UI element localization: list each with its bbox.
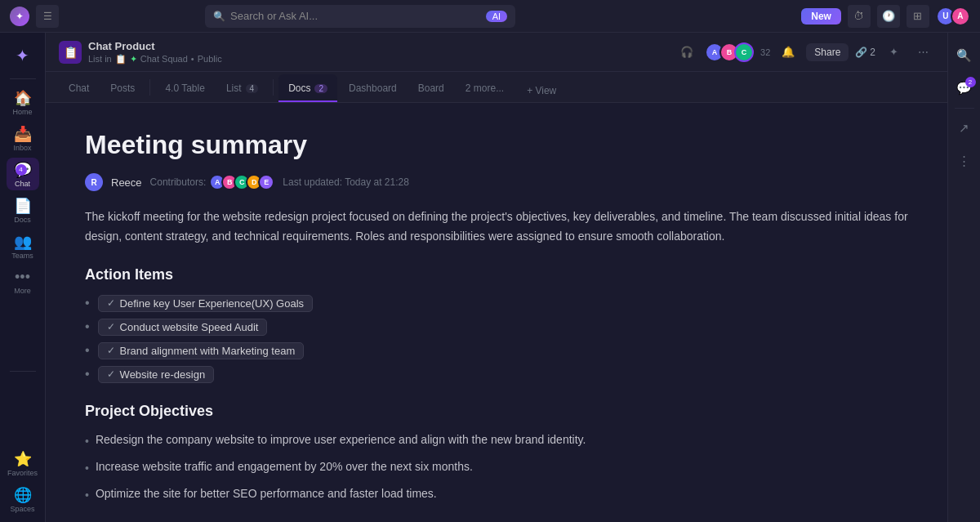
action-item: • ✓ Brand alignment with Marketing team: [85, 342, 908, 359]
clock-icon[interactable]: 🕐: [877, 5, 900, 28]
tab-chat-label: Chat: [69, 83, 89, 94]
tab-more[interactable]: 2 more...: [456, 74, 514, 102]
tab-docs-label: Docs: [288, 83, 310, 94]
rp-search-icon[interactable]: 🔍: [951, 42, 978, 69]
tab-chat[interactable]: Chat: [59, 74, 99, 102]
tab-posts[interactable]: Posts: [100, 74, 145, 102]
bullet: •: [85, 296, 90, 310]
contributor-avatar: E: [258, 174, 274, 190]
visibility-label: Public: [198, 54, 222, 64]
action-tag-3[interactable]: ✓ Brand alignment with Marketing team: [98, 342, 305, 359]
headphones-icon[interactable]: 🎧: [675, 41, 698, 64]
sidebar-item-favorites[interactable]: ⭐ Favorites: [7, 447, 39, 480]
objective-3: Optimize the site for better SEO perform…: [96, 485, 437, 502]
tabs-bar: Chat Posts 4.0 Table List 4 Docs 2 Dashb…: [46, 72, 947, 103]
tab-dashboard-label: Dashboard: [349, 83, 397, 94]
team-icon: ✦: [130, 54, 137, 65]
objective-2: Increase website traffic and engagement …: [96, 458, 473, 475]
left-sidebar: ✦ 🏠 Home 📥 Inbox 💬 4 Chat 📄 Docs 👥 Teams: [0, 33, 46, 522]
action-items-heading: Action Items: [85, 266, 908, 283]
share-button[interactable]: Share: [806, 43, 849, 61]
breadcrumb-bar: 📋 Chat Product List in 📋 ✦ Chat Squad • …: [46, 33, 947, 72]
author-avatar: R: [85, 173, 103, 191]
contributors-label: Contributors:: [150, 176, 207, 188]
doc-content: Meeting summary R Reece Contributors: A …: [46, 103, 947, 522]
tab-docs[interactable]: Docs 2: [278, 74, 337, 102]
tab-divider2: [273, 79, 274, 96]
obj-bullet: •: [85, 487, 89, 504]
tab-board-label: Board: [418, 83, 444, 94]
action-label-4: Website re-design: [120, 368, 206, 381]
action-item: • ✓ Define key User Experience(UX) Goals: [85, 295, 908, 312]
team-name: Chat Squad: [140, 54, 188, 64]
action-label-1: Define key User Experience(UX) Goals: [120, 297, 304, 310]
sidebar-teams-label: Teams: [11, 252, 33, 260]
action-label-2: Conduct website Speed Audit: [120, 321, 259, 333]
tab-list[interactable]: List 4: [216, 74, 268, 102]
sidebar-item-more[interactable]: ••• More: [7, 265, 39, 298]
tab-table[interactable]: 4.0 Table: [155, 74, 215, 102]
comment-badge: 2: [965, 77, 976, 87]
tab-divider: [149, 79, 150, 96]
content-area: 📋 Chat Product List in 📋 ✦ Chat Squad • …: [46, 33, 947, 522]
check-icon: ✓: [107, 297, 115, 309]
breadcrumb-path: List in 📋 ✦ Chat Squad • Public: [88, 54, 222, 65]
sidebar-item-docs[interactable]: 📄 Docs: [7, 194, 39, 226]
tab-dashboard[interactable]: Dashboard: [339, 74, 407, 102]
sidebar-home-label: Home: [12, 108, 32, 116]
top-bar: ✦ ☰ 🔍 Search or Ask AI... AI New ⏱ 🕐 ⊞ U…: [0, 0, 980, 33]
time-tracker-icon[interactable]: ⏱: [848, 5, 871, 28]
action-item: • ✓ Website re-design: [85, 366, 908, 383]
main-layout: ✦ 🏠 Home 📥 Inbox 💬 4 Chat 📄 Docs 👥 Teams: [0, 33, 980, 522]
avatar: A: [951, 7, 970, 26]
rp-comment-icon[interactable]: 💬 2: [951, 75, 978, 101]
ai-badge: AI: [486, 11, 507, 22]
doc-updated: Last updated: Today at 21:28: [283, 176, 409, 188]
sep: •: [191, 54, 194, 64]
new-button[interactable]: New: [801, 8, 841, 25]
obj-bullet: •: [85, 433, 89, 450]
action-tag-2[interactable]: ✓ Conduct website Speed Audit: [98, 319, 268, 336]
project-logo: 📋: [59, 41, 82, 64]
add-view-button[interactable]: + View: [519, 79, 564, 102]
list-in-label: List in: [88, 54, 112, 64]
notification-icon[interactable]: 🔔: [777, 41, 800, 64]
sparkle-icon[interactable]: ✦: [882, 41, 905, 64]
sidebar-item-inbox[interactable]: 📥 Inbox: [7, 122, 39, 154]
rp-more-icon[interactable]: ⋮: [951, 148, 978, 174]
search-bar[interactable]: 🔍 Search or Ask AI... AI: [205, 5, 515, 28]
rp-divider: [955, 108, 974, 109]
more-options-icon[interactable]: ⋯: [911, 41, 934, 64]
rp-share-icon[interactable]: ↗: [951, 115, 978, 141]
sidebar-more-label: More: [14, 287, 31, 295]
sidebar-item-home[interactable]: 🏠 Home: [7, 86, 39, 118]
viewer-count: 32: [760, 47, 770, 57]
sidebar-item-chat[interactable]: 💬 4 Chat: [7, 158, 39, 190]
action-item: • ✓ Conduct website Speed Audit: [85, 319, 908, 336]
check-icon: ✓: [107, 368, 115, 380]
author-initial: R: [91, 178, 96, 187]
sidebar-logo[interactable]: ✦: [7, 39, 39, 72]
right-panel: 🔍 💬 2 ↗ ⋮: [947, 33, 980, 522]
bullet: •: [85, 367, 90, 381]
tab-board[interactable]: Board: [408, 74, 454, 102]
project-objectives-heading: Project Objectives: [85, 403, 908, 420]
breadcrumb-right: 🎧 A B C 32 🔔 Share 🔗 2 ✦ ⋯: [675, 41, 934, 64]
share-count: 2: [870, 47, 875, 58]
action-label-3: Brand alignment with Marketing team: [120, 345, 296, 357]
add-view-label: + View: [527, 85, 556, 96]
obj-bullet: •: [85, 460, 89, 477]
tab-more-label: 2 more...: [466, 83, 504, 94]
action-tag-4[interactable]: ✓ Website re-design: [98, 366, 215, 383]
sidebar-item-teams[interactable]: 👥 Teams: [7, 230, 39, 262]
sidebar-item-spaces[interactable]: 🌐 Spaces: [7, 483, 39, 515]
check-icon: ✓: [107, 321, 115, 332]
bullet: •: [85, 319, 90, 334]
action-tag-1[interactable]: ✓ Define key User Experience(UX) Goals: [98, 295, 313, 312]
contributors-section: Contributors: A B C D E: [150, 174, 275, 190]
share-label: Share: [814, 47, 840, 58]
grid-icon[interactable]: ⊞: [906, 5, 929, 28]
objectives-list: • Redesign the company website to improv…: [85, 431, 908, 504]
objective-item: • Optimize the site for better SEO perfo…: [85, 485, 908, 504]
doc-intro: The kickoff meeting for the website rede…: [85, 207, 908, 247]
